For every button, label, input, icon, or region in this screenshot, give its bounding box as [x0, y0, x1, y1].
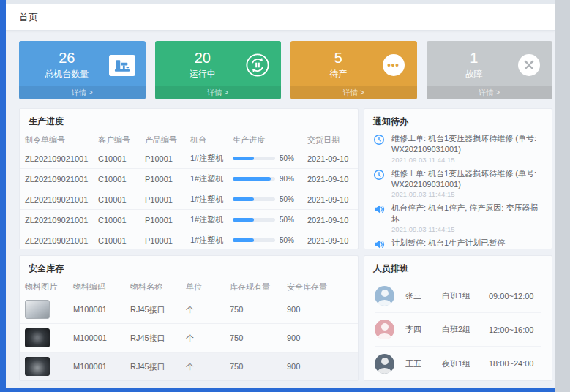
material-image	[25, 357, 50, 376]
notifications-title: 通知待办	[364, 109, 552, 132]
cell-customer: C10001	[98, 236, 145, 245]
notification-body: 维修工单: 机台1变压器损坏待维修 (单号: WX202109031001) 2…	[391, 168, 543, 199]
cell-stock: 750	[230, 305, 287, 314]
cell-order: ZL202109021001	[25, 216, 98, 225]
cell-stock: 750	[230, 333, 287, 342]
schedule-row[interactable]: 张三 白班1组 09:00~12:00	[375, 279, 541, 313]
person-name: 李四	[405, 324, 442, 335]
notification-item[interactable]: 机台停产: 机台1停产, 停产原因: 变压器损坏 2021.09.03 11:4…	[373, 203, 543, 233]
notification-item[interactable]: 维修工单: 机台1变压器损坏待维修 (单号: WX202109031001) 2…	[373, 168, 543, 199]
col-material-image: 物料图片	[25, 282, 73, 293]
cell-material-image	[25, 328, 73, 347]
topbar: 首页	[6, 4, 555, 31]
production-row[interactable]: ZL202109021001 C10001 P10001 1#注塑机 50% 2…	[20, 209, 358, 230]
cell-date: 2021-09-10	[307, 216, 353, 225]
col-stock: 库存现有量	[230, 282, 287, 293]
stat-running-value: 20	[162, 50, 244, 66]
schedule-title: 人员排班	[364, 256, 552, 279]
progress-bar	[233, 197, 275, 201]
inventory-row[interactable]: M100001 RJ45接口 个 750 900	[20, 295, 358, 323]
col-machine: 机台	[190, 135, 233, 146]
stat-fault-detail-link[interactable]: 详情 >	[427, 86, 553, 99]
stats-row: 26 总机台数量	[19, 41, 552, 99]
cell-customer: C10001	[98, 216, 145, 225]
clock-icon	[373, 134, 386, 146]
progress-bar	[233, 177, 275, 181]
person-name: 王五	[405, 358, 442, 369]
cell-order: ZL202109021001	[25, 175, 98, 184]
cell-progress: 50%	[233, 154, 307, 162]
material-image	[25, 300, 50, 319]
stat-fault-label: 故障	[434, 68, 515, 80]
cell-product: P10001	[145, 154, 190, 163]
col-order: 制令单编号	[25, 135, 98, 146]
production-row[interactable]: ZL202109021001 C10001 P10001 1#注塑机 50% 2…	[20, 230, 358, 249]
inventory-table-header: 物料图片 物料编码 物料名称 单位 库存现有量 安全库存量	[20, 279, 358, 295]
window-frame-left	[0, 0, 6, 392]
cell-material-name: RJ45接口	[130, 333, 186, 344]
inventory-title: 安全库存	[20, 256, 358, 279]
notification-time: 2021.09.03 11:44:15	[391, 190, 543, 198]
notification-item[interactable]: 维修工单: 机台1变压器损坏待维修 (单号: WX202109031001) 2…	[373, 133, 543, 164]
progress-bar-fill	[233, 238, 254, 242]
notification-item[interactable]: 计划暂停: 机台1生产计划已暂停 2021.09.03 11:44:15	[373, 238, 543, 249]
production-row[interactable]: ZL202109021001 C10001 P10001 1#注塑机 50% 2…	[20, 148, 358, 168]
notification-time: 2021.09.03 11:44:15	[391, 225, 543, 233]
schedule-row[interactable]: 李四 白班2组 12:00~16:00	[375, 313, 541, 347]
col-unit: 单位	[186, 282, 230, 293]
progress-bar-fill	[233, 157, 254, 160]
cell-date: 2021-09-10	[307, 175, 353, 184]
cell-customer: C10001	[98, 195, 145, 204]
stat-card-standby[interactable]: 5 待产 ••• 详情 >	[290, 41, 417, 99]
cell-machine: 1#注塑机	[190, 235, 233, 246]
cell-product: P10001	[145, 175, 190, 184]
person-name: 张三	[405, 290, 442, 301]
stat-running-detail-link[interactable]: 详情 >	[155, 86, 282, 99]
tab-home[interactable]: 首页	[19, 11, 38, 24]
stat-card-fault[interactable]: 1 故障	[427, 41, 553, 99]
cell-unit: 个	[186, 304, 230, 315]
schedule-panel: 人员排班 张三 白班1组 09:00~12:00 李四	[364, 255, 552, 381]
progress-percent: 50%	[280, 195, 294, 203]
stat-standby-value: 5	[298, 50, 379, 66]
cell-stock: 750	[230, 362, 287, 371]
clock-icon	[373, 169, 386, 181]
avatar	[375, 354, 394, 374]
progress-percent: 90%	[280, 175, 294, 183]
shift-group: 夜班1组	[442, 358, 489, 369]
notifications-panel: 通知待办	[364, 108, 552, 249]
production-row[interactable]: ZL202109021001 C10001 P10001 1#注塑机 90% 2…	[20, 168, 358, 189]
schedule-row[interactable]: 王五 夜班1组 18:00~24:00	[375, 347, 541, 380]
col-material-name: 物料名称	[130, 282, 186, 293]
stat-running-label: 运行中	[162, 68, 244, 80]
inventory-row[interactable]: M100001 RJ45接口 个 750 900	[20, 323, 358, 352]
notification-body: 计划暂停: 机台1生产计划已暂停 2021.09.03 11:44:15	[391, 238, 505, 249]
stat-card-body: 20 运行中	[155, 41, 282, 86]
stat-total-machines-label: 总机台数量	[26, 68, 108, 80]
cell-safety-stock: 900	[287, 333, 353, 342]
cell-progress: 50%	[233, 236, 307, 244]
stat-standby-detail-link[interactable]: 详情 >	[290, 86, 417, 99]
cell-machine: 1#注塑机	[190, 153, 233, 164]
cell-unit: 个	[186, 333, 230, 344]
cell-material-name: RJ45接口	[130, 304, 186, 315]
stat-card-total-machines[interactable]: 26 总机台数量	[19, 41, 146, 99]
material-image	[25, 328, 50, 347]
speaker-icon	[373, 203, 386, 216]
cell-material-code: M100001	[73, 305, 130, 314]
stat-card-running[interactable]: 20 运行中	[155, 41, 282, 99]
cell-material-code: M100001	[73, 362, 130, 371]
production-row[interactable]: ZL202109021001 C10001 P10001 1#注塑机 50% 2…	[20, 189, 358, 209]
stat-card-body: 26 总机台数量	[19, 41, 146, 86]
stat-card-body: 5 待产 •••	[290, 41, 417, 86]
stat-total-machines-detail-link[interactable]: 详情 >	[19, 86, 146, 99]
cell-machine: 1#注塑机	[190, 214, 233, 225]
stat-card-body: 1 故障	[427, 41, 553, 86]
stat-fault-value: 1	[434, 50, 515, 66]
production-table-body: ZL202109021001 C10001 P10001 1#注塑机 50% 2…	[20, 148, 358, 249]
notification-body: 维修工单: 机台1变压器损坏待维修 (单号: WX202109031001) 2…	[391, 133, 543, 164]
inventory-row[interactable]: M100001 RJ45接口 个 750 900	[20, 352, 358, 380]
progress-percent: 50%	[280, 216, 294, 224]
cell-material-image	[25, 300, 73, 319]
cell-machine: 1#注塑机	[190, 194, 233, 205]
